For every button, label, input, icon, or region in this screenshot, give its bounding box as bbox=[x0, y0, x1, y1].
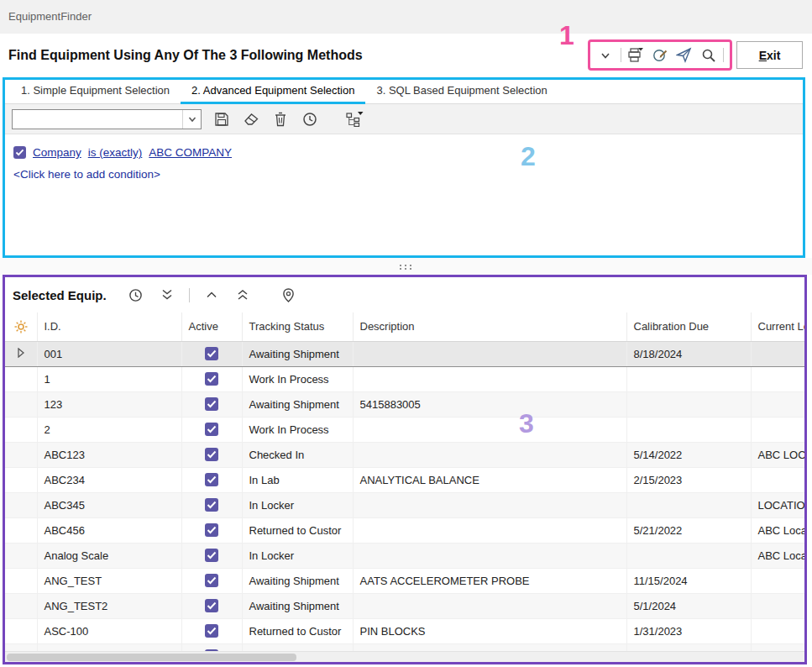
panel-splitter[interactable] bbox=[0, 258, 812, 275]
history-icon[interactable] bbox=[127, 286, 145, 304]
active-checkbox[interactable] bbox=[205, 473, 218, 486]
cell-description[interactable] bbox=[353, 492, 626, 517]
cell-tracking-status[interactable]: Returned to Custor bbox=[242, 618, 353, 643]
cell-id[interactable]: Analog Scale bbox=[37, 543, 181, 568]
active-checkbox[interactable] bbox=[205, 347, 218, 360]
cell-id[interactable]: 001 bbox=[37, 341, 181, 366]
condition-operator-link[interactable]: is (exactly) bbox=[88, 146, 143, 159]
cell-description[interactable]: PIN BLOCKS bbox=[353, 618, 626, 643]
cell-id[interactable]: 123 bbox=[37, 391, 181, 417]
tab-advanced-selection[interactable]: 2. Advanced Equipment Selection bbox=[181, 80, 365, 104]
cell-tracking-status[interactable]: Returned to Custor bbox=[242, 517, 353, 543]
cell-tracking-status[interactable]: Work In Process bbox=[242, 366, 353, 391]
active-checkbox[interactable] bbox=[205, 372, 218, 386]
cell-current-location[interactable] bbox=[751, 391, 804, 417]
cell-calibration-due[interactable]: 8/18/2024 bbox=[626, 341, 751, 366]
horizontal-scrollbar[interactable] bbox=[5, 651, 804, 662]
select-all-header[interactable] bbox=[5, 312, 37, 341]
tree-export-icon[interactable] bbox=[345, 110, 364, 129]
cell-current-location[interactable] bbox=[751, 618, 804, 643]
cell-calibration-due[interactable]: 5/21/2022 bbox=[626, 517, 751, 543]
cell-description[interactable] bbox=[353, 366, 626, 391]
cell-tracking-status[interactable]: Awaiting Shipment bbox=[242, 568, 353, 593]
cell-id[interactable]: ABC123 bbox=[37, 442, 181, 467]
cell-calibration-due[interactable]: 2/15/2023 bbox=[626, 467, 751, 492]
cell-tracking-status[interactable]: In Locker bbox=[242, 543, 353, 568]
table-row[interactable]: ANG_TEST2Awaiting Shipment5/1/2024 bbox=[5, 593, 804, 618]
column-header-current-location[interactable]: Current Location bbox=[751, 312, 804, 341]
table-row[interactable]: ABC345In LockerLOCATION bbox=[5, 492, 804, 517]
cell-calibration-due[interactable]: 5/14/2022 bbox=[626, 442, 751, 467]
active-checkbox[interactable] bbox=[205, 624, 218, 638]
printer-icon[interactable] bbox=[626, 46, 645, 65]
cell-description[interactable]: 5415883005 bbox=[353, 391, 626, 417]
table-row[interactable]: 001Awaiting Shipment8/18/2024 bbox=[5, 341, 804, 366]
table-row[interactable]: ABC123Checked In5/14/2022ABC LOCA bbox=[5, 442, 804, 467]
location-pin-icon[interactable] bbox=[280, 286, 298, 304]
tab-simple-selection[interactable]: 1. Simple Equipment Selection bbox=[10, 80, 181, 104]
cell-id[interactable]: 1 bbox=[37, 366, 181, 391]
cell-tracking-status[interactable]: Checked In bbox=[242, 442, 353, 467]
cell-description[interactable] bbox=[353, 417, 626, 442]
table-row[interactable]: ANG_TESTAwaiting ShipmentAATS ACCELEROME… bbox=[5, 568, 804, 593]
active-checkbox[interactable] bbox=[205, 574, 218, 587]
cell-tracking-status[interactable]: Awaiting Shipment bbox=[242, 391, 353, 417]
double-chevron-up-icon[interactable] bbox=[233, 286, 252, 304]
row-selector[interactable] bbox=[5, 618, 37, 643]
table-row[interactable]: 1Work In Process bbox=[5, 366, 804, 391]
row-selector[interactable] bbox=[5, 341, 37, 366]
save-filter-icon[interactable] bbox=[212, 110, 231, 129]
table-row[interactable]: Analog ScaleIn LockerABC Locati bbox=[5, 543, 804, 568]
cell-tracking-status[interactable]: Awaiting Shipment bbox=[242, 593, 353, 618]
cell-description[interactable] bbox=[353, 341, 626, 366]
row-selector[interactable] bbox=[5, 391, 37, 417]
cell-description[interactable] bbox=[353, 593, 626, 618]
cell-current-location[interactable]: ABC Locati bbox=[751, 543, 804, 568]
cell-tracking-status[interactable]: Work In Process bbox=[242, 417, 353, 442]
cell-description[interactable] bbox=[353, 442, 626, 467]
cell-current-location[interactable] bbox=[751, 593, 804, 618]
tab-sql-selection[interactable]: 3. SQL Based Equipment Selection bbox=[365, 80, 558, 104]
table-row[interactable]: ABC456Returned to Custor5/21/2022ABC Loc… bbox=[5, 517, 804, 543]
cell-calibration-due[interactable] bbox=[626, 543, 751, 568]
delete-filter-icon[interactable] bbox=[271, 110, 290, 129]
cell-current-location[interactable] bbox=[751, 568, 804, 593]
active-checkbox[interactable] bbox=[205, 397, 218, 411]
column-header-calibration-due[interactable]: Calibration Due bbox=[626, 312, 751, 341]
cell-calibration-due[interactable]: 11/15/2024 bbox=[626, 568, 751, 593]
condition-value-link[interactable]: ABC COMPANY bbox=[149, 146, 232, 159]
filter-history-icon[interactable] bbox=[301, 110, 319, 129]
chevron-down-icon[interactable] bbox=[596, 46, 615, 65]
cell-id[interactable]: ABC345 bbox=[37, 492, 181, 517]
cell-current-location[interactable] bbox=[751, 341, 804, 366]
condition-field-link[interactable]: Company bbox=[33, 146, 81, 159]
cell-calibration-due[interactable]: 1/31/2023 bbox=[626, 618, 751, 643]
row-selector[interactable] bbox=[5, 568, 37, 593]
cell-calibration-due[interactable] bbox=[626, 492, 751, 517]
exit-button[interactable]: Exit bbox=[736, 41, 803, 69]
active-checkbox[interactable] bbox=[205, 523, 218, 537]
cell-current-location[interactable] bbox=[751, 417, 804, 442]
table-row[interactable]: ABC234In LabANALYTICAL BALANCE2/15/2023 bbox=[5, 467, 804, 492]
cell-description[interactable]: ANALYTICAL BALANCE bbox=[353, 467, 626, 492]
cell-current-location[interactable]: ABC Locati bbox=[751, 517, 804, 543]
row-selector[interactable] bbox=[5, 442, 37, 467]
cell-calibration-due[interactable] bbox=[626, 366, 751, 391]
scrollbar-thumb[interactable] bbox=[7, 654, 296, 661]
cell-current-location[interactable] bbox=[751, 467, 804, 492]
cell-calibration-due[interactable] bbox=[626, 391, 751, 417]
active-checkbox[interactable] bbox=[205, 498, 218, 512]
active-checkbox[interactable] bbox=[205, 448, 218, 461]
table-row[interactable]: 2Work In Process bbox=[5, 417, 804, 442]
row-selector[interactable] bbox=[5, 543, 37, 568]
cell-tracking-status[interactable]: In Lab bbox=[242, 467, 353, 492]
column-header-id[interactable]: I.D. bbox=[37, 312, 181, 341]
combobox-chevron-icon[interactable] bbox=[182, 110, 201, 129]
active-checkbox[interactable] bbox=[205, 549, 218, 562]
cell-calibration-due[interactable] bbox=[626, 417, 751, 442]
eraser-icon[interactable] bbox=[242, 110, 260, 129]
compose-icon[interactable] bbox=[651, 46, 669, 65]
cell-tracking-status[interactable]: In Locker bbox=[242, 492, 353, 517]
add-condition-link[interactable]: <Click here to add condition> bbox=[13, 168, 794, 181]
cell-description[interactable] bbox=[353, 517, 626, 543]
